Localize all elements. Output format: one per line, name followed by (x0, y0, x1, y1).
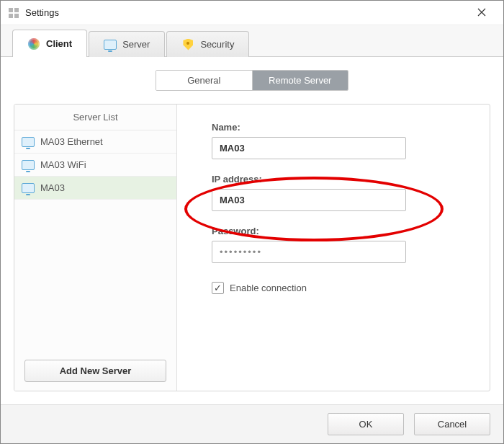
password-label: Password: (212, 226, 465, 236)
ip-address-label: IP address: (212, 174, 465, 185)
tab-security[interactable]: Security (166, 31, 249, 57)
client-icon (27, 37, 40, 50)
close-button[interactable] (467, 3, 496, 23)
cancel-button[interactable]: Cancel (414, 413, 490, 435)
enable-connection-label: Enable connection (230, 283, 307, 293)
svg-rect-1 (14, 8, 19, 12)
tab-client[interactable]: Client (12, 30, 87, 57)
list-item[interactable]: MA03 WiFi (14, 154, 176, 177)
subtab-general[interactable]: General (156, 71, 252, 90)
tab-label: Client (46, 38, 72, 49)
svg-rect-0 (9, 8, 13, 12)
subtabs: General Remote Server (156, 70, 348, 91)
enable-connection-row[interactable]: ✓ Enable connection (212, 282, 465, 294)
tab-server[interactable]: Server (89, 31, 165, 57)
monitor-icon (22, 160, 35, 170)
tab-content-client: General Remote Server Server List MA03 E… (1, 57, 503, 404)
add-new-server-button[interactable]: Add New Server (24, 360, 166, 382)
password-input[interactable] (212, 241, 406, 263)
main-tabbar: Client Server Security (1, 25, 503, 57)
list-item-label: MA03 (40, 182, 65, 193)
titlebar: Settings (1, 1, 503, 25)
window-icon (8, 7, 19, 19)
window-title: Settings (25, 7, 467, 18)
list-item[interactable]: MA03 Ethernet (14, 130, 176, 154)
server-icon (104, 38, 117, 51)
subtab-remote-server[interactable]: Remote Server (252, 71, 348, 90)
enable-connection-checkbox[interactable]: ✓ (212, 282, 224, 294)
name-label: Name: (212, 122, 465, 133)
list-item-label: MA03 Ethernet (40, 136, 103, 147)
tab-label: Server (122, 39, 150, 50)
ok-button[interactable]: OK (328, 413, 404, 435)
server-list-header: Server List (14, 105, 176, 130)
server-list-pane: Server List MA03 Ethernet MA03 WiFi MA03 (14, 105, 177, 391)
svg-rect-3 (14, 14, 19, 18)
list-item-label: MA03 WiFi (40, 159, 86, 170)
monitor-icon (22, 183, 35, 193)
remote-server-panel: Server List MA03 Ethernet MA03 WiFi MA03 (14, 104, 490, 391)
close-icon (477, 7, 486, 19)
security-icon (181, 38, 194, 51)
monitor-icon (22, 137, 35, 147)
list-item[interactable]: MA03 (14, 177, 176, 200)
server-list: MA03 Ethernet MA03 WiFi MA03 (14, 130, 176, 351)
name-input[interactable] (212, 137, 406, 159)
dialog-footer: OK Cancel (1, 404, 503, 443)
ip-address-input[interactable] (212, 189, 406, 211)
svg-rect-2 (9, 14, 13, 18)
tab-label: Security (200, 39, 234, 50)
settings-window: Settings Client Server Security General … (0, 0, 504, 444)
server-form-pane: Name: IP address: Password: ✓ Enable con… (177, 105, 490, 391)
